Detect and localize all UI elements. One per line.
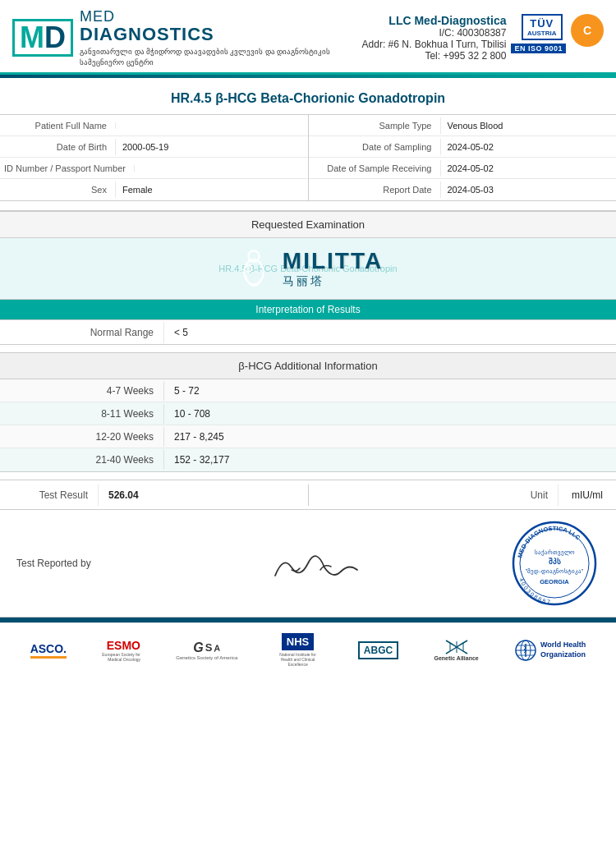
bhcg-week-value: 217 - 8,245 xyxy=(164,427,234,447)
patient-sex-value: Female xyxy=(115,181,308,198)
requested-exam-header: Requested Examination xyxy=(0,211,616,238)
dna-icon xyxy=(442,639,471,655)
bhcg-week-label: 4-7 Weeks xyxy=(0,381,164,401)
orange-circle-badge: C xyxy=(571,14,604,47)
militta-logo-container: MILITTA 马丽塔 xyxy=(0,248,616,289)
patient-id-row: ID Number / Passport Number xyxy=(0,158,308,179)
patient-dob-value: 2000-05-19 xyxy=(115,139,308,155)
header-divider xyxy=(0,75,616,78)
date-sampling-value: 2024-05-02 xyxy=(440,139,617,155)
md-logo-box: MD xyxy=(12,19,73,57)
date-receiving-value: 2024-05-02 xyxy=(440,160,617,177)
date-sampling-label: Date of Sampling xyxy=(309,139,440,155)
bhcg-row: 4-7 Weeks 5 - 72 xyxy=(0,379,616,402)
reported-section: Test Reported by MED-DIAGNOSTICA LLC 4 0… xyxy=(0,510,616,618)
gsa-logo-item: G S A Genetics Society of America xyxy=(176,640,237,660)
header: MD MED DIAGNOSTICS განვითარული და მჭიდრო… xyxy=(0,0,616,75)
svg-text:"მედ-დიაგნოსტიკა": "მედ-დიაგნოსტიკა" xyxy=(526,568,584,575)
bhcg-week-label: 21-40 Weeks xyxy=(0,450,164,470)
header-right: LLC Med-Diagnostica I/C: 400308387 Addr:… xyxy=(362,14,604,62)
test-result-value: 526.04 xyxy=(99,484,149,506)
signature-area xyxy=(123,539,509,588)
patient-id-value xyxy=(134,165,308,172)
esmo-logo-item: ESMO European Society forMedical Oncolog… xyxy=(102,639,140,662)
who-text: World HealthOrganization xyxy=(540,640,586,659)
patient-info-section: Patient Full Name Date of Birth 2000-05-… xyxy=(0,115,616,201)
test-result-right: Unit mIU/ml xyxy=(309,484,617,506)
company-name: LLC Med-Diagnostica xyxy=(362,14,507,27)
bhcg-header: β-HCG Additional Information xyxy=(0,353,616,379)
patient-info-right: Sample Type Venous Blood Date of Samplin… xyxy=(309,115,617,200)
gsa-a: A xyxy=(213,642,221,653)
test-result-label: Test Result xyxy=(0,484,99,506)
patient-info-left: Patient Full Name Date of Birth 2000-05-… xyxy=(0,115,309,200)
unit-value: mIU/ml xyxy=(559,484,616,506)
who-logo: World HealthOrganization xyxy=(514,639,586,662)
asco-logo: ASCO. xyxy=(30,642,67,659)
patient-name-value xyxy=(115,122,308,129)
logo-text: MED DIAGNOSTICS xyxy=(80,8,330,44)
gsa-g: G xyxy=(193,640,203,655)
test-result-section: Test Result 526.04 Unit mIU/ml xyxy=(0,480,616,510)
date-receiving-row: Date of Sample Receiving 2024-05-02 xyxy=(309,158,617,179)
gsa-logo: G S A xyxy=(193,640,220,655)
genetic-alliance-logo: Genetic Alliance xyxy=(434,639,478,661)
tuv-badge: TÜV AUSTRIA xyxy=(522,14,563,40)
logo-left: MD MED DIAGNOSTICS განვითარული და მჭიდრო… xyxy=(12,8,330,67)
tuv-text: TÜV xyxy=(530,17,554,30)
report-date-value: 2024-05-03 xyxy=(440,181,617,198)
patient-dob-label: Date of Birth xyxy=(0,139,115,155)
bhcg-row: 12-20 Weeks 217 - 8,245 xyxy=(0,425,616,448)
sample-type-label: Sample Type xyxy=(309,117,440,134)
bhcg-week-value: 10 - 708 xyxy=(164,404,220,424)
esmo-container: ESMO European Society forMedical Oncolog… xyxy=(102,639,140,662)
genetic-alliance-item: Genetic Alliance xyxy=(434,639,478,661)
interpretation-row: Interpretation of Results xyxy=(0,300,616,320)
gsa-s: S xyxy=(205,641,213,654)
svg-text:C: C xyxy=(583,24,591,37)
patient-sex-row: Sex Female xyxy=(0,179,308,200)
footer-logos: ASCO. ESMO European Society forMedical O… xyxy=(0,622,616,677)
company-tel: Tel: +995 32 2 800 xyxy=(362,50,507,62)
sample-type-value: Venous Blood xyxy=(440,117,617,134)
iso-badge: EN ISO 9001 xyxy=(511,44,566,53)
patient-id-label: ID Number / Passport Number xyxy=(0,160,134,177)
bhcg-week-label: 8-11 Weeks xyxy=(0,404,164,424)
spacer2 xyxy=(0,345,616,353)
report-date-label: Report Date xyxy=(309,181,440,198)
nhs-logo-item: NHS National Institute forHealth and Cli… xyxy=(274,633,323,667)
esmo-logo: ESMO xyxy=(107,639,140,652)
stamp-svg: MED-DIAGNOSTICA LLC 4 0 0 3 0 8 8 8 7 სა… xyxy=(509,518,600,608)
who-logo-item: World HealthOrganization xyxy=(514,639,586,662)
logo-subtext: განვითარული და მჭიდროდ დაავადების კვლევი… xyxy=(80,47,330,67)
patient-name-label: Patient Full Name xyxy=(0,117,115,134)
stamp-area: MED-DIAGNOSTICA LLC 4 0 0 3 0 8 8 8 7 სა… xyxy=(509,518,600,608)
who-emblem-svg xyxy=(514,639,537,662)
patient-sex-label: Sex xyxy=(0,181,115,198)
logo-d: D xyxy=(44,21,66,54)
svg-text:საქართველო: საქართველო xyxy=(535,549,575,556)
bhcg-week-value: 152 - 32,177 xyxy=(164,450,239,470)
date-receiving-label: Date of Sample Receiving xyxy=(309,160,440,177)
company-ic: I/C: 400308387 xyxy=(362,27,507,39)
test-result-left: Test Result 526.04 xyxy=(0,484,309,506)
company-addr: Addr: #6 N. Bokhua I Turn, Tbilisi xyxy=(362,39,507,50)
militta-chinese: 马丽塔 xyxy=(283,274,324,289)
svg-point-4 xyxy=(245,265,251,272)
militta-text: MILITTA 马丽塔 xyxy=(283,248,383,289)
tuv-austria: AUSTRIA xyxy=(527,30,557,37)
logo-m: M xyxy=(20,21,44,54)
report-title: HR.4.5 β-HCG Beta-Chorionic Gonadotropin xyxy=(0,80,616,115)
bhcg-row: 8-11 Weeks 10 - 708 xyxy=(0,402,616,425)
abgc-logo: ABGC xyxy=(358,641,398,659)
reported-label: Test Reported by xyxy=(16,558,123,569)
certifications: TÜV AUSTRIA EN ISO 9001 xyxy=(511,14,566,53)
nhs-container: NHS National Institute forHealth and Cli… xyxy=(274,633,323,667)
militta-icon xyxy=(233,248,274,289)
bhcg-section: β-HCG Additional Information 4-7 Weeks 5… xyxy=(0,353,616,472)
logo-diagnostics-text: DIAGNOSTICS xyxy=(80,25,330,44)
spacer1 xyxy=(0,201,616,211)
normal-range-value: < 5 xyxy=(164,322,198,343)
militta-logo: MILITTA 马丽塔 xyxy=(233,248,383,289)
signature-svg xyxy=(267,539,365,588)
